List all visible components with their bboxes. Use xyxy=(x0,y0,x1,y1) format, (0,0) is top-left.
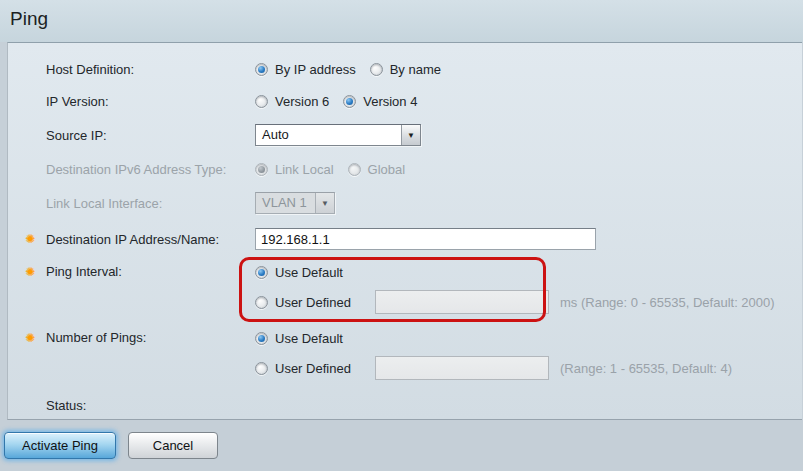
number-of-pings-user-defined-radio[interactable]: User Defined xyxy=(255,361,375,376)
action-bar: Activate Ping Cancel xyxy=(0,420,803,471)
dest-ipv6-link-local-radio: Link Local xyxy=(255,162,348,177)
link-local-interface-select: VLAN 1 ▼ xyxy=(255,192,335,214)
radio-icon xyxy=(255,332,268,345)
required-gear-icon: ✺ xyxy=(8,233,46,246)
form-row-source-ip: Source IP: Auto ▼ xyxy=(8,117,802,153)
ping-page: Ping Host Definition: By IP address By n… xyxy=(0,0,803,471)
number-of-pings-use-default-label: Use Default xyxy=(275,331,343,346)
radio-icon xyxy=(348,163,361,176)
host-definition-by-name-radio[interactable]: By name xyxy=(370,62,455,77)
form-row-host-definition: Host Definition: By IP address By name xyxy=(8,53,802,85)
dest-ipv6-global-radio: Global xyxy=(348,162,420,177)
radio-icon xyxy=(255,362,268,375)
source-ip-selected-value: Auto xyxy=(256,125,401,145)
ping-interval-range-hint: ms (Range: 0 - 65535, Default: 2000) xyxy=(560,295,775,310)
dest-ipv6-global-label: Global xyxy=(368,162,406,177)
form-row-dest-ipv6-type: Destination IPv6 Address Type: Link Loca… xyxy=(8,153,802,185)
radio-icon xyxy=(255,163,268,176)
radio-icon xyxy=(370,63,383,76)
radio-icon xyxy=(255,266,268,279)
dest-ipv6-type-label: Destination IPv6 Address Type: xyxy=(46,162,255,177)
ping-interval-use-default-radio[interactable]: Use Default xyxy=(255,265,357,280)
link-local-interface-label: Link Local Interface: xyxy=(46,196,255,211)
number-of-pings-use-default-radio[interactable]: Use Default xyxy=(255,331,357,346)
number-of-pings-range-hint: (Range: 1 - 65535, Default: 4) xyxy=(560,361,732,376)
radio-icon xyxy=(255,296,268,309)
dest-ipv6-link-local-label: Link Local xyxy=(275,162,334,177)
form-row-destination-ip: ✺ Destination IP Address/Name: xyxy=(8,221,802,257)
radio-icon xyxy=(255,63,268,76)
ip-version-label: IP Version: xyxy=(46,94,255,109)
source-ip-select[interactable]: Auto ▼ xyxy=(255,124,421,146)
ping-interval-label: Ping Interval: xyxy=(46,257,255,287)
page-titlebar: Ping xyxy=(0,0,803,42)
activate-ping-button[interactable]: Activate Ping xyxy=(4,432,116,459)
cancel-button[interactable]: Cancel xyxy=(128,432,218,459)
source-ip-label: Source IP: xyxy=(46,128,255,143)
chevron-down-icon[interactable]: ▼ xyxy=(401,125,420,145)
required-gear-icon: ✺ xyxy=(8,257,46,287)
status-label: Status: xyxy=(46,398,255,413)
number-of-pings-user-defined-label: User Defined xyxy=(275,361,351,376)
form-row-number-of-pings: ✺ Number of Pings: Use Default User Defi… xyxy=(8,323,802,383)
form-row-status: Status: xyxy=(8,389,802,421)
page-title: Ping xyxy=(0,0,803,30)
ping-interval-use-default-label: Use Default xyxy=(275,265,343,280)
ip-version-6-radio[interactable]: Version 6 xyxy=(255,94,343,109)
required-gear-icon: ✺ xyxy=(8,323,46,353)
number-of-pings-user-defined-input xyxy=(375,356,549,380)
form-row-link-local-interface: Link Local Interface: VLAN 1 ▼ xyxy=(8,185,802,221)
ip-version-4-label: Version 4 xyxy=(363,94,417,109)
number-of-pings-label: Number of Pings: xyxy=(46,323,255,353)
form-row-ping-interval: ✺ Ping Interval: Use Default User Define… xyxy=(8,257,802,317)
host-definition-by-ip-radio[interactable]: By IP address xyxy=(255,62,370,77)
host-definition-by-ip-label: By IP address xyxy=(275,62,356,77)
radio-icon xyxy=(255,95,268,108)
destination-ip-label: Destination IP Address/Name: xyxy=(46,232,255,247)
host-definition-by-name-label: By name xyxy=(390,62,441,77)
ping-interval-user-defined-input xyxy=(375,290,549,314)
link-local-interface-selected-value: VLAN 1 xyxy=(256,193,315,213)
ping-interval-user-defined-label: User Defined xyxy=(275,295,351,310)
chevron-down-icon: ▼ xyxy=(315,193,334,213)
host-definition-label: Host Definition: xyxy=(46,62,255,77)
destination-ip-input[interactable] xyxy=(255,228,596,250)
ip-version-6-label: Version 6 xyxy=(275,94,329,109)
form-row-ip-version: IP Version: Version 6 Version 4 xyxy=(8,85,802,117)
ip-version-4-radio[interactable]: Version 4 xyxy=(343,94,431,109)
ping-form: Host Definition: By IP address By name I… xyxy=(7,42,802,420)
ping-interval-user-defined-radio[interactable]: User Defined xyxy=(255,295,375,310)
radio-icon xyxy=(343,95,356,108)
